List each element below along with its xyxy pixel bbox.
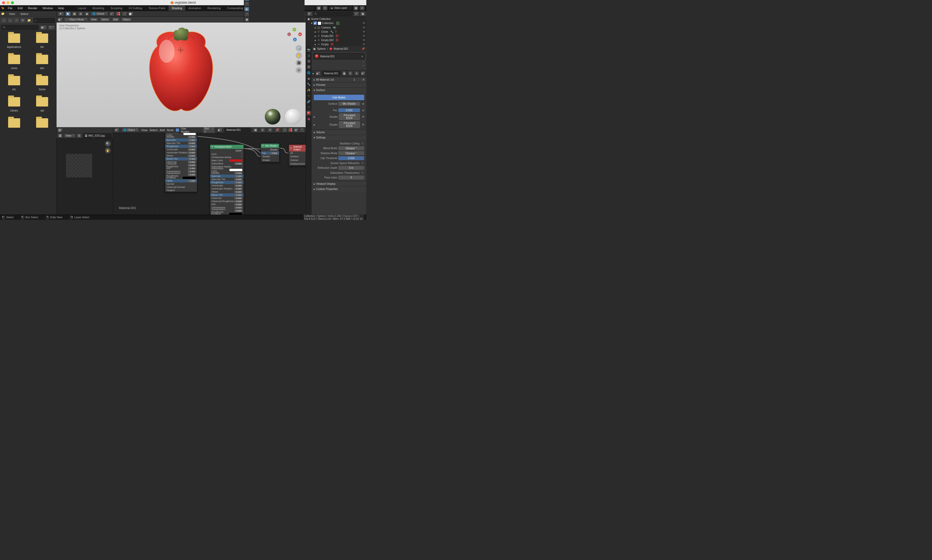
overlays-toggle[interactable]: ◉ — [244, 7, 249, 12]
outliner-new-button[interactable]: ▦ — [360, 12, 365, 16]
collection-enable-checkbox[interactable] — [314, 22, 317, 25]
pivot-button[interactable]: ⊙˅ — [109, 12, 115, 16]
visibility-toggle[interactable]: 👁 — [363, 39, 365, 42]
node-input-sheen[interactable]: Sheen0.000 — [165, 154, 197, 157]
section-viewport-display[interactable]: ▸Viewport Display — [312, 182, 366, 186]
node-input-sheen-tint[interactable]: Sheen Tint0.500 — [210, 193, 244, 197]
folder-item[interactable] — [30, 118, 54, 130]
slot-remove-button[interactable]: − — [313, 59, 365, 65]
material-slot[interactable]: Material.001 + — [313, 53, 365, 59]
visibility-toggle[interactable]: 👁 — [363, 30, 365, 33]
socket-dot[interactable] — [362, 123, 364, 126]
disclosure-icon[interactable]: ▸ — [315, 35, 316, 37]
path-field[interactable]: / — [34, 18, 55, 23]
tab-particles[interactable]: ✨ — [306, 88, 311, 92]
workspace-tab-texture-paint[interactable]: Texture Paint — [145, 6, 168, 11]
3d-viewport[interactable]: User Perspective (1) Collection | Sphere — [57, 23, 306, 127]
image-menu-button[interactable]: ☰ — [77, 133, 82, 138]
mat-new-button[interactable]: ▦ — [342, 71, 347, 75]
shadow-mode-dropdown[interactable]: Opaque ˅ — [338, 151, 364, 155]
node-material-output[interactable]: Material Output All˅ Surface Volume Disp… — [289, 145, 306, 166]
node-input-specular-tint[interactable]: Specular Tint0.000 — [210, 178, 244, 181]
node-input-ior[interactable]: IOR0.000 — [210, 203, 244, 206]
nav-newfolder-button[interactable]: 📁 — [26, 18, 32, 23]
socket-dot[interactable] — [362, 103, 364, 105]
editor-type-button[interactable]: ◧˅ — [58, 17, 63, 22]
node-input-clearcoat-roughness[interactable]: Clearcoat Roughness0.030 — [165, 163, 197, 167]
overlay-settings[interactable]: ˅ — [244, 12, 249, 17]
image-editor-type-icon[interactable]: 🖼˅ — [58, 128, 63, 132]
menu-render[interactable]: Render — [25, 6, 40, 10]
search-input[interactable] — [1, 25, 38, 30]
node-input-anisotropic-rotation[interactable]: Anisotropic Rotation0.000 — [210, 187, 244, 190]
folder-item[interactable] — [2, 118, 26, 130]
maximize-window-button[interactable] — [11, 1, 14, 4]
node-input-subsurface[interactable]: Subsurface0.000 — [210, 162, 244, 165]
node-input-alpha[interactable]: Alpha1.000 — [165, 179, 197, 182]
tab-material[interactable] — [306, 111, 311, 115]
vp-menu-select[interactable]: Select — [100, 17, 111, 22]
fb-menu-view[interactable]: View — [9, 12, 15, 15]
mix-fac-row[interactable]: Fac0.500 — [261, 152, 279, 155]
material-pin-button[interactable]: 📌 — [275, 128, 280, 132]
image-mode-icon[interactable]: 🖼 — [58, 133, 63, 138]
node-input-roughness[interactable]: Roughness0.500 — [165, 145, 197, 148]
node-input-transmission-roughness[interactable]: Transmission Roughness0.000 — [165, 173, 197, 176]
axis-x[interactable]: X — [298, 32, 302, 36]
output-target-dropdown[interactable]: All˅ — [289, 152, 306, 155]
mat-copy-button[interactable]: ⎘ — [348, 71, 353, 75]
cursor-tool-icon[interactable] — [65, 12, 71, 16]
image-pan-button[interactable]: ✋ — [105, 148, 111, 153]
node-input-base-color[interactable]: Base Color — [210, 159, 244, 162]
socket-dot[interactable] — [362, 116, 364, 118]
tab-physics[interactable]: ⚛ — [306, 94, 311, 98]
blend-mode-dropdown[interactable]: Opaque ˅ — [338, 146, 364, 150]
node-input-specular[interactable]: Specular1.000 — [210, 175, 244, 178]
node-input-sheen[interactable]: Sheen0.000 — [210, 190, 244, 193]
material-name-field[interactable]: Material.001 — [225, 128, 251, 132]
folder-cores[interactable]: cores — [2, 55, 26, 69]
prop-edit-button[interactable]: ◉ — [84, 12, 89, 16]
ne-options-button[interactable]: ⊞˅ — [294, 128, 299, 132]
node-input-clearcoat[interactable]: Clearcoat0.000 — [210, 197, 244, 200]
proportional-button[interactable]: ⬤˅ — [128, 12, 134, 16]
workspace-tab-layout[interactable]: Layout — [75, 6, 89, 11]
distribution-dropdown[interactable]: GGX˅ — [210, 152, 244, 156]
folder-dev[interactable]: dev — [30, 55, 54, 69]
outliner-item-empty-002[interactable]: ▸✛Empty.002👁 — [306, 38, 366, 42]
ne-backdrop-button[interactable]: ⬚ — [282, 128, 287, 132]
node-principled-bsdf[interactable]: Principled BSDFBSDFGGX˅Christensen-Burle… — [210, 145, 244, 215]
perspective-toggle[interactable]: ⊞ — [296, 67, 302, 73]
node-input-normal[interactable]: Normal — [165, 182, 197, 186]
vp-menu-object[interactable]: Object — [121, 17, 132, 22]
disclosure-icon[interactable]: ▸ — [315, 43, 316, 46]
section-surface[interactable]: ▾Surface — [312, 88, 366, 92]
hdri-preview-ball[interactable] — [265, 109, 280, 125]
axis-z[interactable]: Z — [293, 38, 297, 42]
xray-toggle[interactable]: ▣ — [244, 17, 249, 22]
node-input-clearcoat-roughness[interactable]: Clearcoat Roughness0.030 — [210, 200, 244, 203]
mat-unlink-button[interactable]: ✕ — [354, 71, 359, 75]
node-input-roughness[interactable]: Roughness0.500 — [210, 181, 244, 184]
ssr-checkbox[interactable] — [361, 161, 364, 165]
folder-opt[interactable]: opt — [30, 97, 54, 112]
outliner-search[interactable] — [313, 12, 353, 16]
ne-menu-add[interactable]: Add — [160, 128, 165, 132]
tab-mesh[interactable]: ▽ — [306, 105, 311, 110]
pin-icon[interactable]: 📌 — [361, 48, 365, 50]
visibility-toggle[interactable]: 👁 — [363, 43, 365, 46]
node-input-anisotropic[interactable]: Anisotropic0.000 — [165, 148, 197, 151]
node-input-anisotropic[interactable]: Anisotropic0.000 — [210, 184, 244, 187]
ne-menu-select[interactable]: Select — [149, 128, 157, 132]
material-preview-ball[interactable] — [285, 109, 301, 125]
pepper-model[interactable] — [142, 25, 220, 114]
tab-constraints[interactable]: 🔗 — [306, 99, 311, 104]
mat-nodetree-button[interactable]: ⊞˅ — [361, 71, 365, 75]
tab-output[interactable]: 🖨 — [306, 53, 311, 58]
minimize-window-button[interactable] — [6, 1, 9, 4]
slot-menu-button[interactable]: ˅ — [313, 65, 365, 68]
scene-delete-button[interactable]: ✕ — [322, 6, 328, 11]
workspace-tab-compositing[interactable]: Compositing — [224, 6, 246, 11]
node-input-anisotropic-rotation[interactable]: Anisotropic Rotation0.000 — [165, 151, 197, 154]
collection-visibility-toggle[interactable]: 👁 — [363, 22, 365, 25]
